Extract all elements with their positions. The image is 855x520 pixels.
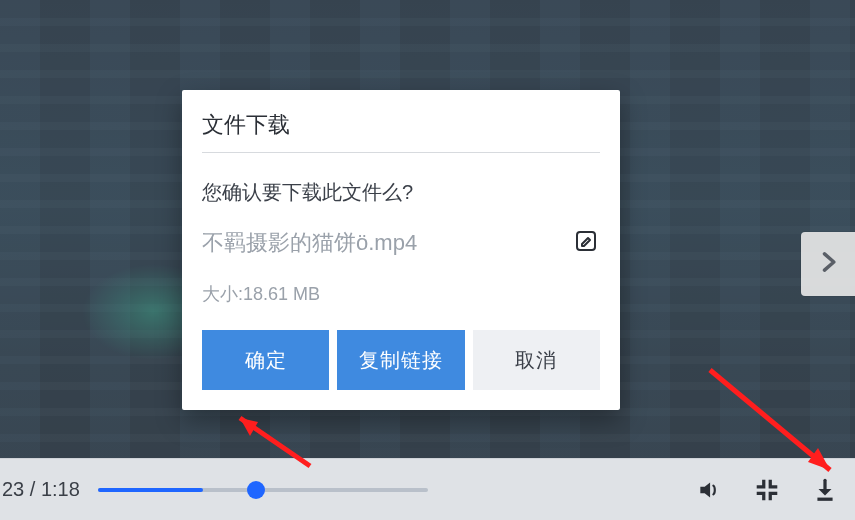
copy-link-button[interactable]: 复制链接 bbox=[337, 330, 464, 390]
time-display: 23 / 1:18 bbox=[0, 478, 80, 501]
next-video-button[interactable] bbox=[801, 232, 855, 296]
file-name-label: 不羁摄影的猫饼ö.mp4 bbox=[202, 228, 558, 258]
ok-button[interactable]: 确定 bbox=[202, 330, 329, 390]
video-player-screen: 文件下载 您确认要下载此文件么? 不羁摄影的猫饼ö.mp4 大小:18.61 M… bbox=[0, 0, 855, 520]
edit-icon bbox=[574, 229, 598, 257]
progress-thumb[interactable] bbox=[247, 481, 265, 499]
dialog-button-row: 确定 复制链接 取消 bbox=[202, 330, 600, 390]
exit-fullscreen-button[interactable] bbox=[747, 470, 787, 510]
cancel-button-label: 取消 bbox=[515, 347, 557, 374]
progress-fill bbox=[98, 488, 204, 492]
player-control-bar: 23 / 1:18 bbox=[0, 458, 855, 520]
svg-rect-1 bbox=[817, 497, 832, 500]
chevron-right-icon bbox=[814, 248, 842, 280]
progress-slider[interactable] bbox=[98, 480, 428, 500]
volume-button[interactable] bbox=[689, 470, 729, 510]
dialog-title: 文件下载 bbox=[202, 108, 600, 153]
ok-button-label: 确定 bbox=[245, 347, 287, 374]
confirm-text: 您确认要下载此文件么? bbox=[202, 179, 600, 206]
file-size-label: 大小:18.61 MB bbox=[202, 282, 600, 306]
exit-fullscreen-icon bbox=[754, 477, 780, 503]
download-dialog: 文件下载 您确认要下载此文件么? 不羁摄影的猫饼ö.mp4 大小:18.61 M… bbox=[182, 90, 620, 410]
cancel-button[interactable]: 取消 bbox=[473, 330, 600, 390]
volume-icon bbox=[696, 477, 722, 503]
file-name-row: 不羁摄影的猫饼ö.mp4 bbox=[202, 228, 600, 258]
download-button[interactable] bbox=[805, 470, 845, 510]
download-icon bbox=[812, 477, 838, 503]
edit-filename-button[interactable] bbox=[572, 229, 600, 257]
dialog-body: 您确认要下载此文件么? 不羁摄影的猫饼ö.mp4 大小:18.61 MB 确定 … bbox=[202, 153, 600, 390]
copy-link-button-label: 复制链接 bbox=[359, 347, 443, 374]
